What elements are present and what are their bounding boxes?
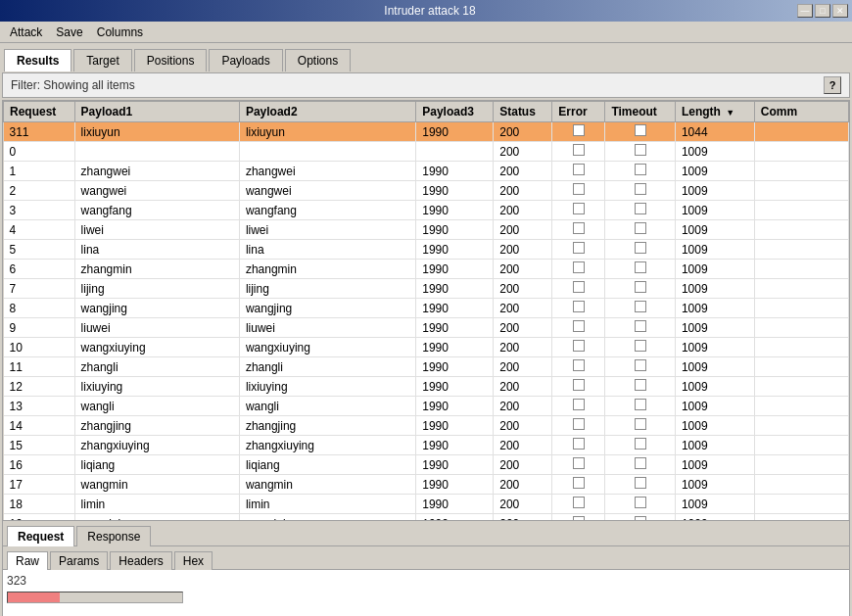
maximize-button[interactable]: □ bbox=[815, 4, 830, 18]
cell-status: 200 bbox=[494, 240, 552, 260]
table-row[interactable]: 6 zhangmin zhangmin 1990 200 1009 bbox=[4, 260, 849, 279]
sub-tab-raw[interactable]: Raw bbox=[7, 551, 48, 570]
cell-payload2: zhangli bbox=[239, 357, 415, 377]
table-row[interactable]: 13 wangli wangli 1990 200 1009 bbox=[4, 397, 849, 416]
cell-request: 8 bbox=[4, 299, 75, 318]
sub-tab-headers[interactable]: Headers bbox=[110, 551, 171, 570]
col-error[interactable]: Error bbox=[552, 102, 605, 122]
menu-attack[interactable]: Attack bbox=[4, 24, 48, 41]
table-row[interactable]: 15 zhangxiuying zhangxiuying 1990 200 10… bbox=[4, 436, 849, 455]
cell-timeout bbox=[605, 357, 675, 377]
table-row[interactable]: 19 wanglei wanglei 1990 200 1009 bbox=[4, 514, 849, 521]
progress-bar bbox=[7, 592, 183, 603]
menu-columns[interactable]: Columns bbox=[91, 24, 149, 41]
col-status[interactable]: Status bbox=[494, 102, 552, 122]
sub-tab-params[interactable]: Params bbox=[50, 551, 108, 570]
table-row[interactable]: 311 lixiuyun lixiuyun 1990 200 1044 bbox=[4, 122, 849, 142]
cell-timeout bbox=[605, 318, 675, 338]
col-payload3[interactable]: Payload3 bbox=[416, 102, 494, 122]
col-length[interactable]: Length ▼ bbox=[675, 102, 754, 122]
table-scroll-area[interactable]: Request Payload1 Payload2 Payload3 Statu… bbox=[3, 101, 849, 520]
sub-tab-hex[interactable]: Hex bbox=[174, 551, 213, 570]
cell-comm bbox=[754, 240, 848, 260]
cell-request: 14 bbox=[4, 416, 75, 436]
cell-payload1: wangli bbox=[74, 397, 239, 416]
cell-status: 200 bbox=[494, 122, 552, 142]
cell-error bbox=[552, 162, 605, 181]
cell-payload3: 1990 bbox=[416, 240, 494, 260]
help-button[interactable]: ? bbox=[824, 76, 841, 94]
cell-request: 19 bbox=[4, 514, 75, 521]
tab-payloads[interactable]: Payloads bbox=[209, 49, 282, 71]
timeout-checkbox bbox=[635, 457, 646, 469]
error-checkbox bbox=[573, 418, 585, 430]
cell-request: 3 bbox=[4, 201, 75, 220]
tab-results[interactable]: Results bbox=[4, 49, 71, 71]
progress-fill bbox=[8, 592, 60, 602]
cell-payload3: 1990 bbox=[416, 455, 494, 475]
table-row[interactable]: 10 wangxiuying wangxiuying 1990 200 1009 bbox=[4, 338, 849, 357]
table-row[interactable]: 1 zhangwei zhangwei 1990 200 1009 bbox=[4, 162, 849, 181]
table-row[interactable]: 12 lixiuying lixiuying 1990 200 1009 bbox=[4, 377, 849, 397]
timeout-checkbox bbox=[635, 359, 646, 371]
window-controls[interactable]: — □ ✕ bbox=[797, 4, 848, 18]
cell-payload3: 1990 bbox=[416, 260, 494, 279]
tab-response[interactable]: Response bbox=[76, 526, 151, 546]
col-payload1[interactable]: Payload1 bbox=[74, 102, 239, 122]
table-row[interactable]: 0 200 1009 bbox=[4, 142, 849, 162]
error-checkbox bbox=[573, 399, 585, 410]
table-row[interactable]: 5 lina lina 1990 200 1009 bbox=[4, 240, 849, 260]
cell-payload1: wangmin bbox=[74, 475, 239, 495]
cell-payload3 bbox=[416, 142, 494, 162]
bottom-content: 323 bbox=[3, 570, 849, 616]
table-row[interactable]: 3 wangfang wangfang 1990 200 1009 bbox=[4, 201, 849, 220]
error-checkbox bbox=[573, 497, 585, 508]
table-row[interactable]: 18 limin limin 1990 200 1009 bbox=[4, 495, 849, 514]
cell-payload2: wangfang bbox=[239, 201, 415, 220]
col-comm[interactable]: Comm bbox=[754, 102, 848, 122]
cell-payload1: lixiuying bbox=[74, 377, 239, 397]
table-row[interactable]: 2 wangwei wangwei 1990 200 1009 bbox=[4, 181, 849, 201]
table-row[interactable]: 16 liqiang liqiang 1990 200 1009 bbox=[4, 455, 849, 475]
tab-target[interactable]: Target bbox=[73, 49, 131, 71]
cell-payload2: wangli bbox=[239, 397, 415, 416]
table-row[interactable]: 4 liwei liwei 1990 200 1009 bbox=[4, 220, 849, 240]
timeout-checkbox bbox=[635, 144, 646, 156]
col-payload2[interactable]: Payload2 bbox=[239, 102, 415, 122]
col-timeout[interactable]: Timeout bbox=[605, 102, 675, 122]
cell-error bbox=[552, 142, 605, 162]
cell-request: 1 bbox=[4, 162, 75, 181]
cell-length: 1009 bbox=[675, 338, 754, 357]
cell-comm bbox=[754, 455, 848, 475]
menu-save[interactable]: Save bbox=[50, 24, 88, 41]
table-row[interactable]: 17 wangmin wangmin 1990 200 1009 bbox=[4, 475, 849, 495]
cell-length: 1009 bbox=[675, 142, 754, 162]
cell-payload3: 1990 bbox=[416, 357, 494, 377]
cell-comm bbox=[754, 279, 848, 299]
tab-positions[interactable]: Positions bbox=[134, 49, 208, 71]
cell-payload2: lixiuying bbox=[239, 377, 415, 397]
tab-options[interactable]: Options bbox=[285, 49, 351, 71]
cell-payload2: wangmin bbox=[239, 475, 415, 495]
error-checkbox bbox=[573, 183, 585, 195]
tab-request[interactable]: Request bbox=[7, 526, 74, 546]
cell-status: 200 bbox=[494, 357, 552, 377]
cell-error bbox=[552, 338, 605, 357]
close-button[interactable]: ✕ bbox=[832, 4, 848, 18]
cell-status: 200 bbox=[494, 220, 552, 240]
table-row[interactable]: 7 lijing lijing 1990 200 1009 bbox=[4, 279, 849, 299]
col-request[interactable]: Request bbox=[4, 102, 75, 122]
cell-error bbox=[552, 318, 605, 338]
cell-request: 15 bbox=[4, 436, 75, 455]
cell-payload2: lijing bbox=[239, 279, 415, 299]
table-row[interactable]: 8 wangjing wangjing 1990 200 1009 bbox=[4, 299, 849, 318]
table-row[interactable]: 14 zhangjing zhangjing 1990 200 1009 bbox=[4, 416, 849, 436]
cell-timeout bbox=[605, 201, 675, 220]
minimize-button[interactable]: — bbox=[797, 4, 813, 18]
table-row[interactable]: 9 liuwei liuwei 1990 200 1009 bbox=[4, 318, 849, 338]
table-row[interactable]: 11 zhangli zhangli 1990 200 1009 bbox=[4, 357, 849, 377]
cell-request: 11 bbox=[4, 357, 75, 377]
timeout-checkbox bbox=[635, 497, 646, 508]
cell-payload1 bbox=[74, 142, 239, 162]
cell-status: 200 bbox=[494, 397, 552, 416]
